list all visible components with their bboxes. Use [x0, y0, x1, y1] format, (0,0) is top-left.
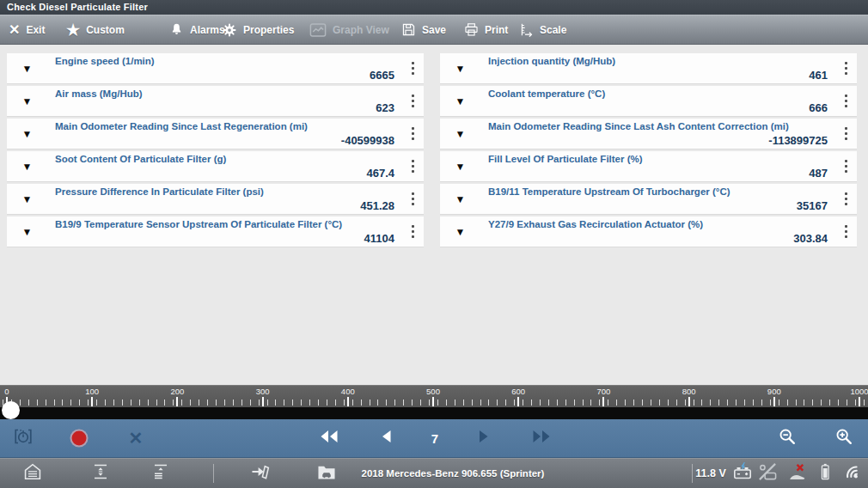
- parameter-row[interactable]: ▼ Coolant temperature (°C) 666: [440, 86, 857, 116]
- expand-triangle-icon[interactable]: ▼: [440, 119, 480, 149]
- bell-icon: [169, 22, 184, 37]
- kebab-menu-icon[interactable]: [834, 119, 857, 149]
- device-error-status[interactable]: [787, 462, 808, 485]
- properties-label: Properties: [243, 24, 294, 36]
- timeline-ruler[interactable]: 01002003004005006007008009001000: [0, 385, 868, 407]
- kebab-menu-icon[interactable]: [401, 151, 424, 181]
- go-to-live-button[interactable]: [251, 463, 271, 485]
- timer-button[interactable]: [13, 426, 34, 450]
- collapse-list-icon: [152, 463, 170, 485]
- expand-triangle-icon[interactable]: ▼: [440, 151, 480, 181]
- parameter-row[interactable]: ▼ Fill Level Of Particulate Filter (%) 4…: [440, 151, 857, 181]
- parameter-row[interactable]: ▼ Engine speed (1/min) 6665: [7, 53, 424, 83]
- save-button[interactable]: Save: [401, 15, 446, 44]
- rewind-button[interactable]: [319, 429, 339, 448]
- parameter-label: B19/11 Temperature Upstream Of Turbochar…: [488, 186, 730, 197]
- kebab-menu-icon[interactable]: [834, 151, 857, 181]
- parameter-main: Air mass (Mg/Hub) 623: [47, 86, 401, 116]
- parameter-main: B19/9 Temperature Sensor Upstream Of Par…: [47, 217, 401, 247]
- voltage-readout: 11.8 V: [695, 467, 725, 479]
- custom-button[interactable]: ★ Custom: [66, 15, 125, 44]
- voltage-value: 11.8 V: [695, 467, 725, 479]
- stop-button[interactable]: ✕: [129, 430, 144, 447]
- expand-triangle-icon[interactable]: ▼: [440, 184, 480, 214]
- fast-forward-button[interactable]: [531, 429, 552, 448]
- properties-button[interactable]: Properties: [222, 15, 294, 44]
- timeline-tick-label: 200: [170, 387, 184, 396]
- status-divider: [213, 464, 214, 483]
- kebab-menu-icon[interactable]: [834, 184, 857, 214]
- scrubber-handle[interactable]: [2, 401, 20, 419]
- timeline-major-tick: [176, 397, 178, 406]
- print-button[interactable]: Print: [464, 15, 508, 44]
- exit-button[interactable]: ✕ Exit: [9, 15, 45, 44]
- expand-triangle-icon[interactable]: ▼: [7, 86, 47, 116]
- status-bar: 2018 Mercedes-Benz 906.655 (Sprinter) 11…: [0, 458, 868, 488]
- wifi-status[interactable]: [841, 461, 863, 486]
- arrow-into-icon: [251, 463, 271, 485]
- zoom-out-button[interactable]: [778, 427, 797, 449]
- parameter-label: B19/9 Temperature Sensor Upstream Of Par…: [55, 219, 342, 229]
- expand-triangle-icon[interactable]: ▼: [7, 151, 47, 181]
- kebab-menu-icon[interactable]: [401, 184, 424, 214]
- floppy-icon: [401, 22, 416, 37]
- record-button[interactable]: [72, 431, 87, 446]
- expand-triangle-icon[interactable]: ▼: [7, 53, 47, 83]
- zoom-in-icon: [834, 427, 853, 449]
- home-button[interactable]: [23, 462, 42, 485]
- kebab-menu-icon[interactable]: [834, 217, 857, 247]
- gear-icon: [222, 22, 237, 38]
- parameter-row[interactable]: ▼ Soot Content Of Particulate Filter (g)…: [7, 151, 424, 181]
- expand-triangle-icon[interactable]: ▼: [7, 119, 47, 149]
- zoom-in-button[interactable]: [834, 427, 853, 449]
- parameter-row[interactable]: ▼ B19/9 Temperature Sensor Upstream Of P…: [7, 217, 424, 247]
- timeline-major-tick: [347, 397, 349, 406]
- tablet-battery-status[interactable]: [817, 462, 834, 485]
- graph-view-button[interactable]: Graph View: [309, 15, 389, 44]
- toolbar: ✕ Exit ★ Custom Alarms Properties Graph …: [0, 15, 868, 45]
- parameter-main: Coolant temperature (°C) 666: [480, 86, 834, 116]
- kebab-menu-icon[interactable]: [401, 217, 424, 247]
- save-label: Save: [422, 24, 446, 36]
- parameter-main: Main Odometer Reading Since Last Regener…: [47, 119, 401, 149]
- scale-button[interactable]: Scale: [518, 15, 566, 44]
- frame-counter: 7: [431, 431, 438, 446]
- kebab-menu-icon[interactable]: [401, 53, 424, 83]
- timer-icon: [13, 426, 34, 450]
- vci-connection-status[interactable]: [758, 462, 778, 485]
- parameter-row[interactable]: ▼ Pressure Difference In Particulate Fil…: [7, 184, 424, 214]
- parameter-row[interactable]: ▼ Air mass (Mg/Hub) 623: [7, 86, 424, 116]
- kebab-menu-icon[interactable]: [401, 86, 424, 116]
- page-title: Check Diesel Particulate Filter: [7, 2, 148, 12]
- parameter-main: Main Odometer Reading Since Last Ash Con…: [480, 119, 834, 149]
- parameter-row[interactable]: ▼ Main Odometer Reading Since Last Regen…: [7, 119, 424, 149]
- parameter-row[interactable]: ▼ Y27/9 Exhaust Gas Recirculation Actuat…: [440, 217, 857, 247]
- collapse-rows-button[interactable]: [152, 463, 170, 485]
- step-forward-button[interactable]: [477, 429, 491, 448]
- parameter-row[interactable]: ▼ Main Odometer Reading Since Last Ash C…: [440, 119, 857, 149]
- expand-triangle-icon[interactable]: ▼: [440, 217, 480, 247]
- expand-triangle-icon[interactable]: ▼: [7, 184, 47, 214]
- kebab-menu-icon[interactable]: [401, 119, 424, 149]
- kebab-menu-icon[interactable]: [834, 86, 857, 116]
- rewind-icon: [319, 429, 339, 448]
- alarms-button[interactable]: Alarms: [169, 15, 225, 44]
- expand-triangle-icon[interactable]: ▼: [440, 86, 480, 116]
- parameter-label: Y27/9 Exhaust Gas Recirculation Actuator…: [488, 219, 703, 229]
- parameter-row[interactable]: ▼ B19/11 Temperature Upstream Of Turboch…: [440, 184, 857, 214]
- stop-x-icon: ✕: [129, 430, 144, 447]
- expand-rows-button[interactable]: [92, 463, 110, 485]
- vehicle-battery-status[interactable]: [732, 461, 754, 485]
- kebab-menu-icon[interactable]: [834, 53, 857, 83]
- step-back-button[interactable]: [379, 429, 393, 448]
- parameter-value: 461: [809, 69, 828, 82]
- expand-triangle-icon[interactable]: ▼: [7, 217, 47, 247]
- parameter-main: Y27/9 Exhaust Gas Recirculation Actuator…: [480, 217, 834, 247]
- ruler-icon: [518, 22, 534, 37]
- parameter-row[interactable]: ▼ Injection quantity (Mg/Hub) 461: [440, 53, 857, 83]
- scrubber-track[interactable]: [0, 407, 868, 419]
- parameter-label: Injection quantity (Mg/Hub): [488, 56, 615, 66]
- expand-triangle-icon[interactable]: ▼: [440, 53, 480, 83]
- vehicle-data-folder-button[interactable]: [317, 463, 337, 485]
- parameter-label: Pressure Difference In Particulate Filte…: [55, 186, 264, 197]
